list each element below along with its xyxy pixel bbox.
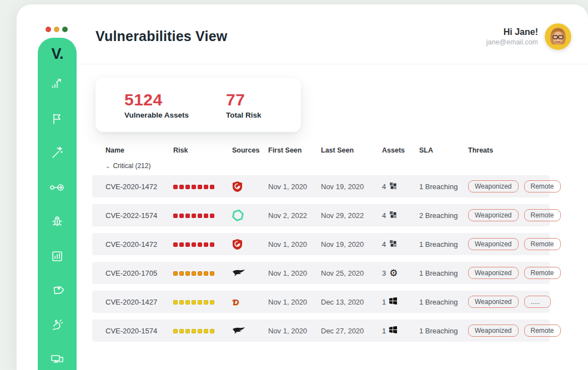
sidebar-item-analytics[interactable] bbox=[49, 79, 66, 92]
sla-status: 1 Breaching bbox=[419, 183, 468, 191]
sidebar-item-magic-wand[interactable] bbox=[49, 148, 66, 161]
main-area: Vulnerabilities View Hi Jane! jane@email… bbox=[77, 9, 588, 370]
avatar[interactable] bbox=[545, 23, 571, 50]
close-dot-icon[interactable] bbox=[46, 27, 51, 32]
threat-badge: ..... bbox=[524, 296, 551, 308]
assets-count: 4 bbox=[382, 211, 386, 220]
cve-name: CVE-2020-1705 bbox=[105, 269, 173, 277]
sla-status: 2 Breaching bbox=[419, 211, 468, 220]
puzzle-icon bbox=[389, 240, 397, 249]
group-label: Critical (212) bbox=[113, 162, 150, 170]
flag-icon bbox=[51, 112, 64, 128]
chevron-down-icon: ⌄ bbox=[105, 163, 110, 169]
threat-badge: Weaponized bbox=[468, 180, 519, 192]
col-first-seen: First Seen bbox=[268, 146, 321, 154]
first-seen: Nov 1, 2020 bbox=[268, 327, 321, 335]
maximize-dot-icon[interactable] bbox=[62, 27, 68, 32]
col-last-seen: Last Seen bbox=[321, 146, 382, 154]
assets-count: 1 bbox=[382, 298, 386, 306]
falcon-icon bbox=[232, 327, 268, 334]
page-title: Vulnerabilities View bbox=[96, 28, 227, 44]
stat-label: Vulnerable Assets bbox=[124, 111, 194, 119]
assets-count: 1 bbox=[382, 327, 386, 335]
last-seen: Nov 29, 2022 bbox=[321, 211, 382, 220]
d-logo-icon: Ɗ bbox=[232, 297, 268, 307]
assets-count: 4 bbox=[382, 240, 386, 249]
hexagon-ring-icon bbox=[232, 209, 268, 221]
last-seen: Dec 13, 2020 bbox=[321, 298, 382, 306]
last-seen: Nov 19, 2020 bbox=[321, 183, 382, 191]
sidebar-item-actions[interactable] bbox=[49, 320, 66, 333]
user-email: jane@email.com bbox=[486, 38, 538, 46]
qualys-shield-icon bbox=[232, 181, 268, 192]
sidebar-item-flags[interactable] bbox=[49, 113, 66, 126]
last-seen: Nov 25, 2020 bbox=[321, 269, 382, 277]
stat-label: Total Risk bbox=[226, 111, 262, 119]
table-row[interactable]: CVE-2020-1705 Nov 1, 2020 Nov 25, 2020 3… bbox=[92, 262, 550, 284]
first-seen: Nov 2, 2022 bbox=[268, 211, 321, 220]
sidebar-item-reports[interactable] bbox=[49, 251, 66, 264]
risk-meter bbox=[173, 298, 232, 306]
sla-status: 1 Breaching bbox=[419, 298, 468, 306]
threat-badge: Remote bbox=[524, 325, 561, 337]
puzzle-icon bbox=[389, 182, 397, 191]
windows-icon bbox=[389, 297, 397, 306]
first-seen: Nov 1, 2020 bbox=[268, 240, 321, 249]
assets-count: 4 bbox=[382, 183, 386, 191]
table-row[interactable]: CVE-2020-1574 Nov 1, 2020 Dec 27, 2020 1… bbox=[92, 320, 550, 342]
sidebar-item-connections[interactable] bbox=[49, 182, 66, 195]
table-row[interactable]: CVE-2020-1427 Ɗ Nov 1, 2020 Dec 13, 2020… bbox=[92, 291, 550, 313]
table-row[interactable]: CVE-2020-1472 Nov 1, 2020 Nov 19, 2020 4… bbox=[92, 233, 550, 255]
monitors-icon bbox=[50, 353, 64, 368]
stat-value: 77 bbox=[226, 90, 262, 109]
threat-badge: Weaponized bbox=[468, 296, 519, 308]
user-greeting: Hi Jane! bbox=[486, 27, 538, 37]
sidebar-item-vulnerabilities[interactable] bbox=[49, 216, 66, 230]
tag-icon bbox=[51, 284, 64, 300]
threat-badge: Weaponized bbox=[468, 238, 519, 250]
cve-name: CVE-2022-1574 bbox=[105, 211, 173, 220]
page-header: Vulnerabilities View Hi Jane! jane@email… bbox=[77, 9, 588, 64]
col-sources: Sources bbox=[232, 146, 268, 154]
threat-badge: Remote bbox=[524, 238, 561, 250]
first-seen: Nov 1, 2020 bbox=[268, 269, 321, 277]
risk-meter bbox=[173, 269, 232, 277]
app-window: V. bbox=[17, 4, 588, 370]
user-block: Hi Jane! jane@email.com bbox=[486, 23, 571, 50]
windows-icon bbox=[389, 326, 397, 335]
first-seen: Nov 1, 2020 bbox=[268, 183, 321, 191]
gear-icon: ⚙ bbox=[389, 268, 398, 278]
bug-icon bbox=[51, 215, 64, 231]
chart-box-icon bbox=[51, 250, 64, 265]
cve-name: CVE-2020-1427 bbox=[105, 298, 173, 306]
falcon-icon bbox=[232, 269, 268, 277]
table-row[interactable]: CVE-2020-1472 Nov 1, 2020 Nov 19, 2020 4… bbox=[92, 175, 550, 197]
stat-total-risk: 77 Total Risk bbox=[226, 90, 262, 119]
minimize-dot-icon[interactable] bbox=[54, 27, 59, 32]
sidebar: V. bbox=[38, 38, 77, 370]
table-row[interactable]: CVE-2022-1574 Nov 2, 2022 Nov 29, 2022 4… bbox=[92, 204, 550, 226]
threat-badge: Remote bbox=[524, 209, 561, 221]
qualys-shield-icon bbox=[232, 239, 268, 250]
col-threats: Threats bbox=[468, 146, 550, 154]
cve-name: CVE-2020-1574 bbox=[105, 327, 173, 335]
bar-chart-arrow-icon bbox=[51, 78, 64, 93]
stat-vulnerable-assets: 5124 Vulnerable Assets bbox=[124, 90, 194, 119]
group-toggle-critical[interactable]: ⌄Critical (212) bbox=[92, 154, 550, 175]
window-controls[interactable] bbox=[46, 27, 68, 32]
last-seen: Dec 27, 2020 bbox=[321, 327, 382, 335]
stats-card: 5124 Vulnerable Assets 77 Total Risk bbox=[96, 78, 301, 132]
first-seen: Nov 1, 2020 bbox=[268, 298, 321, 306]
risk-meter bbox=[173, 240, 232, 249]
sidebar-item-tags[interactable] bbox=[49, 285, 66, 298]
assets-count: 3 bbox=[382, 269, 386, 277]
threat-badge: Weaponized bbox=[468, 209, 519, 221]
app-logo: V. bbox=[51, 45, 63, 62]
sla-status: 1 Breaching bbox=[419, 327, 468, 335]
col-assets: Assets bbox=[382, 146, 419, 154]
sla-status: 1 Breaching bbox=[419, 240, 468, 249]
last-seen: Nov 19, 2020 bbox=[321, 240, 382, 249]
cve-name: CVE-2020-1472 bbox=[105, 240, 173, 249]
sidebar-item-assets[interactable] bbox=[49, 354, 66, 367]
col-name: Name bbox=[105, 146, 173, 154]
